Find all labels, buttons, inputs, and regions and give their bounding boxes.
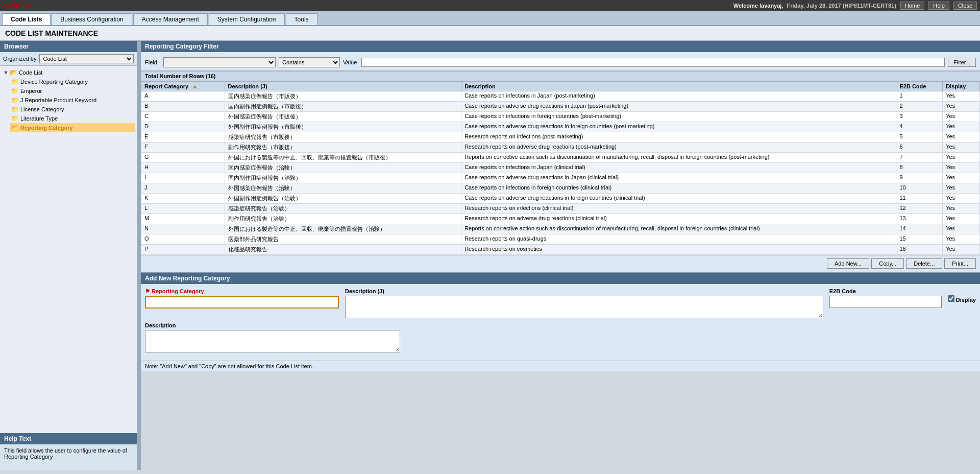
tab-system-config[interactable]: System Configuration xyxy=(209,13,285,25)
cell-display: Yes xyxy=(943,153,980,163)
tree-item-j-reportable[interactable]: 📁 J Reportable Product Keyword xyxy=(10,96,135,105)
reporting-category-input[interactable] xyxy=(145,296,339,309)
cell-description-j: 外国における製造等の中止、回収、廃棄等の措置報告（市販後） xyxy=(225,153,461,163)
table-row[interactable]: L 感染症研究報告（治験） Research reports on infect… xyxy=(141,204,980,214)
table-row[interactable]: N 外国における製造等の中止、回収、廃棄等の措置報告（治験） Reports o… xyxy=(141,224,980,234)
table-row[interactable]: I 国内副作用症例報告（治験） Case reports on adverse … xyxy=(141,173,980,183)
req-indicator: ⚑ xyxy=(145,288,152,294)
cell-report-category: F xyxy=(141,143,225,153)
cell-display: Yes xyxy=(943,143,980,153)
tree-item-device-reporting[interactable]: 📁 Device Reporting Category xyxy=(10,77,135,86)
cell-display: Yes xyxy=(943,163,980,173)
table-row[interactable]: B 国内副作用症例報告（市販後） Case reports on adverse… xyxy=(141,102,980,112)
print-button[interactable]: Print... xyxy=(944,258,976,269)
delete-button[interactable]: Delete... xyxy=(906,258,942,269)
cell-description: Case reports on infections in foreign co… xyxy=(461,183,896,194)
filter-operator-select[interactable]: Contains Equals Starts With xyxy=(279,57,340,67)
folder-icon-reporting: 📂 xyxy=(11,124,19,131)
cell-description: Case reports on infections in Japan (pos… xyxy=(461,91,896,102)
cell-display: Yes xyxy=(943,122,980,132)
close-button[interactable]: Close xyxy=(953,2,977,10)
cell-description-j: 化粧品研究報告 xyxy=(225,245,461,255)
copy-button[interactable]: Copy... xyxy=(871,258,904,269)
description-j-input[interactable] xyxy=(345,296,823,318)
cell-report-category: I xyxy=(141,173,225,183)
tree-children: 📁 Device Reporting Category 📁 Emperor 📁 … xyxy=(10,77,135,132)
cell-e2b-code: 15 xyxy=(896,234,943,245)
cell-display: Yes xyxy=(943,102,980,112)
folder-icon-device: 📁 xyxy=(11,78,19,85)
table-row[interactable]: K 外国副作用症例報告（治験） Case reports on adverse … xyxy=(141,194,980,204)
nav-bar: Code Lists Business Configuration Access… xyxy=(0,11,980,26)
cell-description: Reports on corrective action such as dis… xyxy=(461,153,896,163)
cell-display: Yes xyxy=(943,245,980,255)
tree-item-literature-type[interactable]: 📁 Literature Type xyxy=(10,114,135,123)
add-new-body: ⚑ Reporting Category Description (J) E2B… xyxy=(141,284,980,361)
cell-display: Yes xyxy=(943,214,980,224)
table-row[interactable]: H 国内感染症例報告（治験） Case reports on infection… xyxy=(141,163,980,173)
cell-description: Research reports on cosmetics xyxy=(461,245,896,255)
home-button[interactable]: Home xyxy=(900,2,924,10)
filter-button[interactable]: Filter... xyxy=(948,58,976,67)
filter-value-input[interactable] xyxy=(361,58,945,67)
cell-description: Research reports on adverse drug reactio… xyxy=(461,214,896,224)
add-new-button[interactable]: Add New... xyxy=(827,258,869,269)
table-row[interactable]: C 外国感染症例報告（市販後） Case reports on infectio… xyxy=(141,112,980,122)
folder-icon-emperor: 📁 xyxy=(11,87,19,94)
tab-business-config[interactable]: Business Configuration xyxy=(52,13,132,25)
sort-icon-report-category: ▲ xyxy=(192,83,198,89)
filter-row: Field Contains Equals Starts With Value … xyxy=(145,57,976,67)
folder-icon-literature: 📁 xyxy=(11,115,19,122)
table-row[interactable]: D 外国副作用症例報告（市販後） Case reports on adverse… xyxy=(141,122,980,132)
table-row[interactable]: A 国内感染症例報告（市販後） Case reports on infectio… xyxy=(141,91,980,102)
cell-report-category: N xyxy=(141,224,225,234)
tab-tools[interactable]: Tools xyxy=(286,13,317,25)
cell-description: Research reports on quasi-drugs xyxy=(461,234,896,245)
session-info: Friday, July 28, 2017 (HIP811MT-CERT81) xyxy=(787,3,896,9)
cell-display: Yes xyxy=(943,224,980,234)
cell-description-j: 外国副作用症例報告（市販後） xyxy=(225,122,461,132)
description-input[interactable] xyxy=(145,330,400,352)
tab-access-management[interactable]: Access Management xyxy=(133,13,208,25)
top-right-controls: Welcome lavanyaj, Friday, July 28, 2017 … xyxy=(733,2,977,10)
cell-description-j: 国内副作用症例報告（治験） xyxy=(225,173,461,183)
cell-description-j: 国内感染症例報告（治験） xyxy=(225,163,461,173)
table-row[interactable]: E 感染症研究報告（市販後） Research reports on infec… xyxy=(141,132,980,143)
cell-report-category: L xyxy=(141,204,225,214)
folder-icon-license: 📁 xyxy=(11,106,19,113)
organized-by-select[interactable]: Code List xyxy=(39,54,134,63)
table-row[interactable]: J 外国感染症例報告（治験） Case reports on infection… xyxy=(141,183,980,194)
cell-description: Research reports on adverse drug reactio… xyxy=(461,143,896,153)
tree-item-emperor[interactable]: 📁 Emperor xyxy=(10,86,135,96)
tree-root-item[interactable]: ▼ 📂 Code List xyxy=(2,68,135,77)
table-row[interactable]: P 化粧品研究報告 Research reports on cosmetics … xyxy=(141,245,980,255)
cell-description: Research reports on infections (post-mar… xyxy=(461,132,896,143)
organized-by-row: Organized by Code List xyxy=(0,52,137,66)
col-description-j: Description (J) xyxy=(225,82,461,91)
filter-body: Field Contains Equals Starts With Value … xyxy=(141,52,980,71)
cell-description-j: 感染症研究報告（市販後） xyxy=(225,132,461,143)
tab-code-lists[interactable]: Code Lists xyxy=(2,13,51,25)
tree-item-reporting-category[interactable]: 📂 Reporting Category xyxy=(10,123,135,132)
action-buttons: Add New... Copy... Delete... Print... xyxy=(141,255,980,272)
col-report-category[interactable]: Report Category ▲ xyxy=(141,82,225,91)
table-row[interactable]: F 副作用研究報告（市販後） Research reports on adver… xyxy=(141,143,980,153)
help-button[interactable]: Help xyxy=(928,2,949,10)
tree-item-license-category[interactable]: 📁 License Category xyxy=(10,105,135,114)
table-row[interactable]: O 医薬部外品研究報告 Research reports on quasi-dr… xyxy=(141,234,980,245)
add-new-section: Add New Reporting Category ⚑ Reporting C… xyxy=(141,272,980,371)
display-checkbox[interactable] xyxy=(948,295,954,302)
row-count-bar: Total Number of Rows (16) xyxy=(141,71,980,81)
filter-field-select[interactable] xyxy=(163,57,276,67)
col-description: Description xyxy=(461,82,896,91)
cell-description: Case reports on adverse drug reactions i… xyxy=(461,194,896,204)
e2b-code-input[interactable] xyxy=(829,296,942,308)
table-row[interactable]: G 外国における製造等の中止、回収、廃棄等の措置報告（市販後） Reports … xyxy=(141,153,980,163)
tree-label-license: License Category xyxy=(20,106,64,112)
table-wrapper: Report Category ▲ Description (J) Descri… xyxy=(141,81,980,255)
table-row[interactable]: M 副作用研究報告（治験） Research reports on advers… xyxy=(141,214,980,224)
tree-label-j-reportable: J Reportable Product Keyword xyxy=(20,97,96,103)
cell-e2b-code: 10 xyxy=(896,183,943,194)
cell-description-j: 副作用研究報告（市販後） xyxy=(225,143,461,153)
tree-collapse-icon[interactable]: ▼ xyxy=(3,69,9,76)
